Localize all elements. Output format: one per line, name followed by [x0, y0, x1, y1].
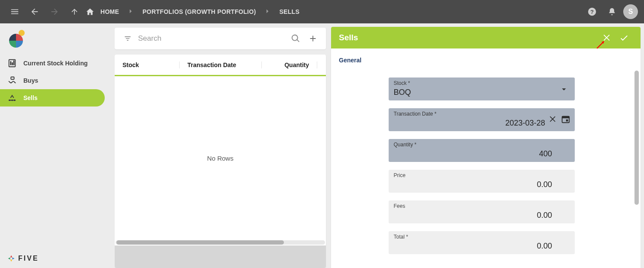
breadcrumb-portfolios[interactable]: PORTFOLIOS (GROWTH PORTFOLIO) [138, 6, 260, 18]
field-label: Price [394, 172, 570, 178]
avatar[interactable]: S [623, 4, 638, 19]
svg-rect-4 [10, 61, 11, 65]
price-field[interactable]: Price 0.00 [389, 170, 575, 193]
hscroll-track[interactable] [116, 240, 325, 245]
help-icon[interactable]: ? [583, 3, 601, 20]
field-label: Quantity * [394, 142, 570, 148]
chevron-right-icon [125, 7, 136, 16]
sidebar-item-buys[interactable]: Buys [0, 72, 115, 89]
svg-point-8 [9, 100, 11, 101]
filter-icon[interactable] [119, 34, 136, 43]
sells-icon [7, 93, 17, 103]
top-bar: HOME PORTFOLIOS (GROWTH PORTFOLIO) SELLS… [0, 0, 644, 23]
col-stock[interactable]: Stock [115, 61, 180, 68]
cancel-button[interactable] [598, 29, 615, 46]
up-icon[interactable] [66, 3, 83, 20]
breadcrumb-sells[interactable]: SELLS [275, 6, 304, 18]
tab-general[interactable]: General [339, 57, 361, 66]
list-panel: Stock Transaction Date Quantity No Rows [115, 27, 326, 268]
svg-point-10 [13, 100, 16, 101]
app-logo [6, 29, 26, 49]
sidebar-item-label: Current Stock Holding [23, 60, 88, 67]
svg-point-9 [11, 100, 13, 101]
svg-rect-6 [13, 61, 15, 65]
vscroll-thumb[interactable] [634, 71, 639, 205]
hscroll-thumb[interactable] [116, 240, 284, 245]
field-value: 0.00 [394, 242, 570, 251]
stock-field[interactable]: Stock * BOQ [389, 77, 575, 100]
field-value: 0.00 [394, 211, 570, 220]
field-value: 2023-03-28 [394, 119, 570, 128]
home-icon [86, 7, 94, 16]
table-empty-text: No Rows [115, 76, 326, 240]
breadcrumb: HOME PORTFOLIOS (GROWTH PORTFOLIO) SELLS [86, 6, 304, 18]
field-label: Stock * [394, 80, 570, 86]
save-button[interactable] [615, 29, 633, 46]
field-value: BOQ [394, 88, 424, 97]
breadcrumb-home[interactable]: HOME [96, 6, 123, 18]
clear-icon[interactable] [549, 115, 557, 125]
svg-text:?: ? [590, 9, 594, 15]
field-label: Transaction Date * [394, 111, 570, 117]
form-area: Stock * BOQ Transaction Date * 2023-03-2… [331, 69, 632, 268]
bell-icon[interactable] [603, 3, 621, 20]
detail-panel: Sells General Stock * [331, 27, 641, 268]
chevron-down-icon[interactable] [559, 84, 569, 94]
add-button[interactable] [304, 34, 322, 43]
sidebar-item-label: Buys [23, 77, 38, 84]
sidebar: Current Stock Holding Buys Sells FIVE [0, 23, 115, 268]
field-value: 0.00 [394, 180, 570, 189]
back-icon[interactable] [26, 3, 43, 20]
svg-rect-13 [566, 119, 568, 121]
search-bar [115, 28, 326, 49]
detail-title: Sells [339, 33, 598, 42]
svg-rect-12 [562, 116, 569, 118]
brand-icon [7, 254, 16, 263]
field-label: Fees [394, 203, 570, 209]
chevron-right-icon [262, 7, 273, 16]
forward-icon [46, 3, 63, 20]
table-header: Stock Transaction Date Quantity [115, 55, 326, 76]
col-quantity[interactable]: Quantity [262, 61, 317, 68]
menu-icon[interactable] [6, 3, 23, 20]
field-label: Total * [394, 234, 570, 240]
calendar-icon[interactable] [561, 114, 570, 126]
col-transaction-date[interactable]: Transaction Date [180, 61, 262, 68]
svg-rect-7 [11, 77, 14, 80]
svg-rect-5 [12, 62, 13, 65]
search-icon[interactable] [287, 34, 304, 43]
transaction-date-field[interactable]: Transaction Date * 2023-03-28 [389, 108, 575, 131]
sidebar-item-current-stock-holding[interactable]: Current Stock Holding [0, 55, 115, 72]
field-value: 400 [394, 149, 570, 158]
sidebar-item-sells[interactable]: Sells [0, 89, 105, 107]
detail-header: Sells [331, 27, 641, 48]
search-input[interactable] [136, 32, 287, 45]
brand-footer: FIVE [7, 254, 39, 263]
list-table: Stock Transaction Date Quantity No Rows [115, 55, 326, 268]
buys-icon [7, 76, 17, 85]
fees-field[interactable]: Fees 0.00 [389, 200, 575, 223]
brand-text: FIVE [18, 255, 39, 262]
quantity-field[interactable]: Quantity * 400 [389, 139, 575, 162]
sidebar-item-label: Sells [23, 94, 38, 101]
holdings-icon [7, 58, 17, 68]
total-field[interactable]: Total * 0.00 [389, 231, 575, 254]
